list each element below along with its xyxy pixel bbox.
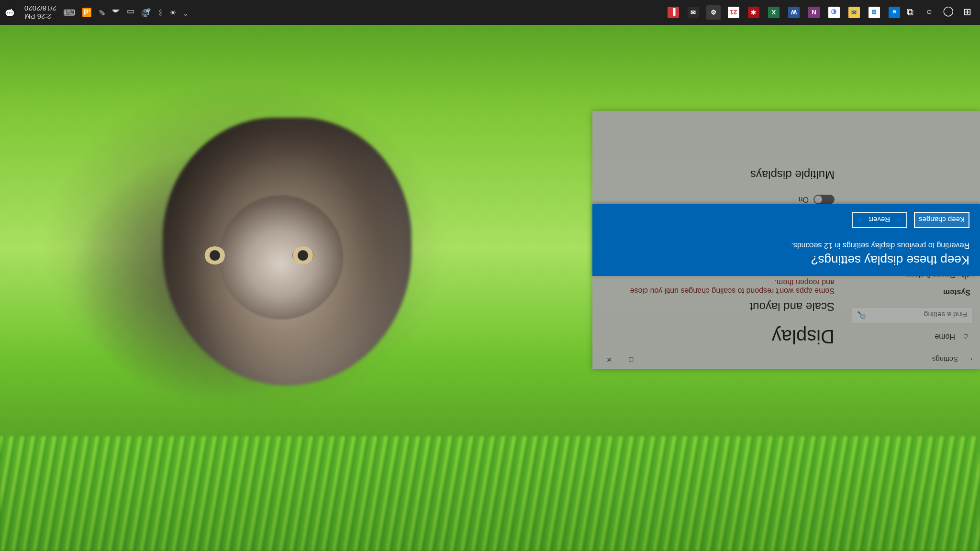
rotation-lock-toggle[interactable] <box>813 195 835 204</box>
tray-bluetooth-icon[interactable]: ᛒ <box>158 8 163 17</box>
system-tray: ˄ ☀ ᛒ 🔊 ▭ ☁ ✎ 📶 ⌨ 2:26 PM 2/18/2020 💬 <box>0 4 192 21</box>
taskbar: ⊞ ◯ ○ ⧉ e⊞✉◐NWX✱21⚙✉▌ ˄ ☀ ᛒ 🔊 ▭ ☁ ✎ 📶 ⌨ … <box>0 0 980 25</box>
store-icon: ⊞ <box>869 7 880 18</box>
wallpaper-cat-eye <box>204 246 225 264</box>
section-scale-layout: Scale and layout <box>604 300 835 313</box>
taskbar-app-excel[interactable]: X <box>767 5 781 20</box>
tray-keyboard-icon[interactable]: ⌨ <box>63 8 75 18</box>
wallpaper-grass <box>0 436 980 551</box>
tray-onedrive-icon[interactable]: ☁ <box>112 8 120 18</box>
sidebar-item-label: Home <box>935 332 955 341</box>
taskbar-app-calendar[interactable]: 21 <box>726 5 741 20</box>
pdf-icon: ✱ <box>748 7 759 18</box>
excel-icon: X <box>768 7 780 18</box>
cortana-button[interactable]: ○ <box>921 4 938 21</box>
edge-icon: e <box>889 7 900 18</box>
home-icon: ⌂ <box>961 332 970 342</box>
scaling-warning: Some apps won't respond to scaling chang… <box>629 278 835 295</box>
taskbar-app-word[interactable]: W <box>787 5 801 20</box>
tray-battery-icon[interactable]: ▭ <box>127 8 134 18</box>
todo-icon: ▌ <box>668 7 679 18</box>
page-title: Display <box>604 326 835 347</box>
minimize-button[interactable]: — <box>642 350 664 369</box>
sidebar-group-label: System <box>943 288 970 297</box>
search-input[interactable]: Find a setting 🔍 <box>852 307 972 323</box>
taskbar-app-chrome[interactable]: ◐ <box>827 5 841 20</box>
taskbar-app-store[interactable]: ⊞ <box>867 5 881 20</box>
search-icon: 🔍 <box>857 311 866 320</box>
taskbar-clock[interactable]: 2:26 PM 2/18/2020 <box>22 4 56 21</box>
tray-volume-icon[interactable]: 🔊 <box>141 8 151 18</box>
taskbar-app-onenote[interactable]: N <box>807 5 821 20</box>
wallpaper-cat-face <box>219 195 343 320</box>
back-button[interactable]: ← <box>965 354 974 365</box>
revert-button[interactable]: Revert <box>852 212 907 228</box>
tray-wifi-icon[interactable]: 📶 <box>82 8 92 18</box>
mail-icon: ✉ <box>848 7 860 18</box>
taskbar-app-settings[interactable]: ⚙ <box>706 5 721 20</box>
taskbar-app-mail[interactable]: ✉ <box>847 5 861 20</box>
tray-weather-icon[interactable]: ☀ <box>169 8 177 18</box>
search-button[interactable]: ◯ <box>940 4 957 21</box>
search-placeholder: Find a setting <box>924 311 967 320</box>
taskbar-app-edge[interactable]: e <box>887 5 902 20</box>
keep-settings-banner: Keep these display settings? Reverting t… <box>592 204 980 276</box>
settings-icon: ⚙ <box>708 7 719 18</box>
clock-date: 2/18/2020 <box>24 4 56 12</box>
keep-changes-button[interactable]: Keep changes <box>914 212 969 228</box>
banner-body: Reverting to previous display settings i… <box>603 241 969 250</box>
sidebar-item-home[interactable]: ⌂ Home <box>846 327 978 346</box>
chrome-icon: ◐ <box>828 7 840 18</box>
close-button[interactable]: ✕ <box>598 350 620 369</box>
word-icon: W <box>788 7 800 18</box>
task-view-button[interactable]: ⧉ <box>902 4 919 21</box>
calendar-icon: 21 <box>728 7 739 18</box>
tray-pen-icon[interactable]: ✎ <box>99 8 105 18</box>
onenote-icon: N <box>808 7 820 18</box>
taskbar-app-todo[interactable]: ▌ <box>666 5 680 20</box>
tray-notifications-icon[interactable]: 💬 <box>5 8 15 18</box>
taskbar-app-junk[interactable]: ✉ <box>686 5 701 20</box>
rotation-lock-value: On <box>799 195 809 204</box>
banner-title: Keep these display settings? <box>603 253 969 267</box>
tray-chevron-icon[interactable]: ˄ <box>183 8 188 18</box>
taskbar-apps: e⊞✉◐NWX✱21⚙✉▌ <box>662 5 902 20</box>
section-multiple-displays: Multiple displays <box>604 168 835 181</box>
settings-titlebar[interactable]: ← Settings — □ ✕ <box>592 350 980 369</box>
start-button[interactable]: ⊞ <box>959 4 976 21</box>
taskbar-app-pdf[interactable]: ✱ <box>746 5 761 20</box>
sidebar-group-system: System <box>846 285 978 299</box>
junk-icon: ✉ <box>688 7 699 18</box>
window-title: Settings <box>932 356 958 364</box>
maximize-button[interactable]: □ <box>620 350 642 369</box>
clock-time: 2:26 PM <box>24 12 56 21</box>
